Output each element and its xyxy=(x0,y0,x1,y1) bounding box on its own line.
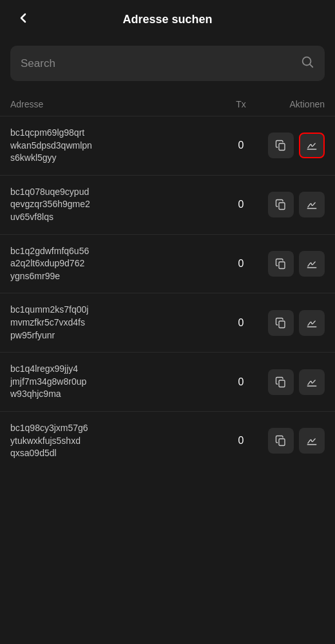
col-header-tx: Tx xyxy=(222,99,260,109)
tx-value: 0 xyxy=(222,140,260,151)
search-icon xyxy=(300,55,314,72)
copy-button[interactable] xyxy=(268,133,294,158)
address-text: bc1q4lregx99jjy4 jmjf7m34g8w8r0up w93qhj… xyxy=(10,363,222,401)
sign-button[interactable] xyxy=(299,192,325,217)
svg-rect-2 xyxy=(279,203,285,210)
tx-value: 0 xyxy=(222,199,260,210)
back-button[interactable] xyxy=(10,8,36,32)
tx-value: 0 xyxy=(222,317,260,329)
tx-value: 0 xyxy=(222,435,260,446)
table-row: bc1qcpm69lg98qrt wkan5dpsd3qwmlpn s6kwkl… xyxy=(0,116,335,175)
page-title: Adresse suchen xyxy=(122,13,212,26)
header: Adresse suchen xyxy=(0,0,335,39)
table-row: bc1q98cy3jxm57g6 ytukwxkfujs5shxd qxsa09… xyxy=(0,411,335,470)
search-wrapper xyxy=(10,46,325,81)
copy-button[interactable] xyxy=(268,192,294,217)
actions-cell xyxy=(260,133,325,158)
sign-button[interactable] xyxy=(299,310,325,336)
copy-button[interactable] xyxy=(268,428,294,454)
tx-value: 0 xyxy=(222,258,260,270)
svg-rect-3 xyxy=(279,262,285,269)
address-text: bc1q078uqe9cypud qevgzqr356h9gme2 uv65vf… xyxy=(10,186,222,224)
sign-button[interactable] xyxy=(299,251,325,277)
actions-cell xyxy=(260,369,325,395)
svg-rect-5 xyxy=(279,380,285,387)
search-input[interactable] xyxy=(21,57,300,70)
col-header-actions: Aktionen xyxy=(260,99,325,109)
address-text: bc1q2gdwfmfq6u56 a2q2lt6xdup9d762 ygns6m… xyxy=(10,245,222,283)
svg-rect-1 xyxy=(279,143,285,151)
copy-button[interactable] xyxy=(268,251,294,277)
address-list: bc1qcpm69lg98qrt wkan5dpsd3qwmlpn s6kwkl… xyxy=(0,116,335,470)
tx-value: 0 xyxy=(222,376,260,388)
actions-cell xyxy=(260,310,325,336)
table-row: bc1q078uqe9cypud qevgzqr356h9gme2 uv65vf… xyxy=(0,175,335,234)
actions-cell xyxy=(260,192,325,217)
page-container: Adresse suchen Adresse Tx Aktionen bc1qc… xyxy=(0,0,335,470)
table-header: Adresse Tx Aktionen xyxy=(0,94,335,116)
actions-cell xyxy=(260,251,325,277)
sign-button[interactable] xyxy=(299,133,325,158)
sign-button[interactable] xyxy=(299,428,325,454)
svg-rect-4 xyxy=(279,321,285,328)
copy-button[interactable] xyxy=(268,369,294,395)
address-text: bc1q98cy3jxm57g6 ytukwxkfujs5shxd qxsa09… xyxy=(10,422,222,460)
svg-rect-6 xyxy=(279,439,285,446)
address-text: bc1qumm2ks7fq00j mvmzfkr5c7vxd4fs pw95rf… xyxy=(10,304,222,342)
table-row: bc1q4lregx99jjy4 jmjf7m34g8w8r0up w93qhj… xyxy=(0,352,335,411)
copy-button[interactable] xyxy=(268,310,294,336)
col-header-address: Adresse xyxy=(10,99,222,109)
search-container xyxy=(0,39,335,94)
address-text: bc1qcpm69lg98qrt wkan5dpsd3qwmlpn s6kwkl… xyxy=(10,127,222,165)
actions-cell xyxy=(260,428,325,454)
table-row: bc1qumm2ks7fq00j mvmzfkr5c7vxd4fs pw95rf… xyxy=(0,293,335,352)
sign-button[interactable] xyxy=(299,369,325,395)
table-row: bc1q2gdwfmfq6u56 a2q2lt6xdup9d762 ygns6m… xyxy=(0,234,335,293)
